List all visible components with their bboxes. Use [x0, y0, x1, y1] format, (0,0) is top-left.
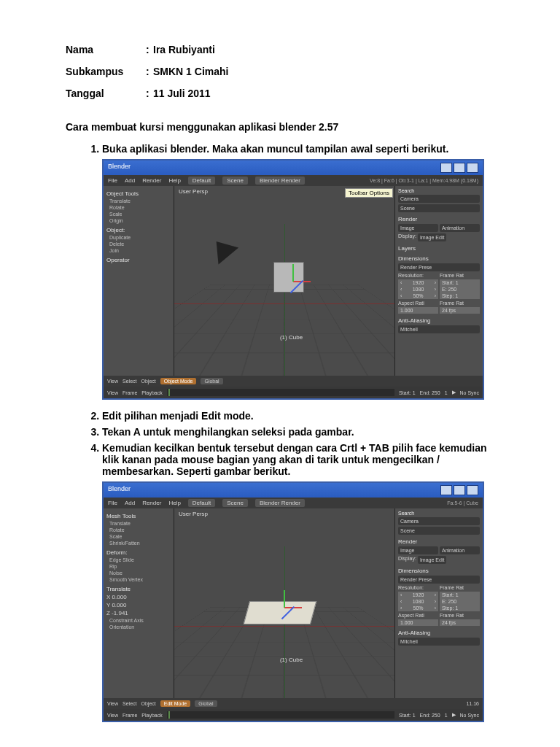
vp-select[interactable]: Select [122, 379, 136, 384]
tl-frame[interactable]: Frame [122, 390, 137, 395]
timeline-track[interactable] [167, 711, 394, 719]
vp-view[interactable]: View [107, 379, 118, 384]
render-image-button[interactable]: Image [398, 546, 438, 554]
tl-end[interactable]: End: 250 [420, 713, 440, 718]
menu-render[interactable]: Render [142, 500, 161, 506]
camera-icon[interactable] [206, 233, 238, 264]
vp-select[interactable]: Select [122, 701, 136, 706]
frame-step[interactable]: Step: 1 [440, 605, 480, 611]
minimize-icon[interactable] [440, 163, 452, 173]
layout-selector[interactable]: Default [188, 177, 215, 185]
menu-help[interactable]: Help [168, 500, 180, 506]
tool-origin[interactable]: Origin [106, 218, 171, 223]
tool-rip[interactable]: Rip [106, 564, 171, 569]
playhead-icon[interactable] [168, 389, 170, 396]
camera-row[interactable]: Camera [398, 517, 480, 525]
render-image-button[interactable]: Image [398, 224, 438, 232]
camera-row[interactable]: Camera [398, 195, 480, 203]
mode-selector[interactable]: Object Mode [160, 378, 197, 384]
scene-selector[interactable]: Scene [222, 499, 248, 507]
display-mode[interactable]: Image Edit [418, 556, 446, 564]
tl-view[interactable]: View [107, 713, 118, 718]
minimize-icon[interactable] [440, 485, 452, 495]
vp-object[interactable]: Object [141, 701, 156, 706]
scene-selector[interactable]: Scene [222, 177, 248, 185]
res-pct[interactable]: ‹50%› [398, 605, 438, 611]
vec-z[interactable]: Z -1.941 [106, 610, 171, 616]
menu-help[interactable]: Help [168, 177, 180, 184]
tool-rotate[interactable]: Rotate [106, 527, 171, 533]
menu-add[interactable]: Add [125, 177, 135, 184]
menu-add[interactable]: Add [125, 500, 135, 506]
render-preset[interactable]: Render Prese [398, 576, 480, 584]
display-mode[interactable]: Image Edit [418, 233, 446, 241]
tool-translate[interactable]: Translate [106, 198, 171, 204]
orientation[interactable]: Global [201, 378, 222, 384]
tool-rotate[interactable]: Rotate [106, 205, 171, 210]
search-label[interactable]: Search [398, 188, 414, 193]
tool-duplicate[interactable]: Duplicate [106, 235, 171, 240]
vec-y[interactable]: Y 0.000 [106, 602, 171, 608]
scene-row[interactable]: Scene [398, 527, 480, 535]
layout-selector[interactable]: Default [188, 499, 215, 507]
render-anim-button[interactable]: Animation [440, 546, 480, 554]
tl-playback[interactable]: Playback [141, 390, 162, 395]
maximize-icon[interactable] [454, 163, 465, 173]
tl-current[interactable]: 1 [445, 390, 448, 395]
vp-view[interactable]: View [107, 701, 118, 706]
menu-file[interactable]: File [108, 177, 117, 184]
menu-file[interactable]: File [108, 500, 117, 506]
play-icon[interactable]: ▶ [452, 712, 456, 718]
aa-filter[interactable]: Mitchell [398, 638, 480, 646]
close-icon[interactable] [467, 485, 478, 495]
mode-selector[interactable]: Edit Mode [160, 700, 191, 707]
3d-viewport[interactable]: User Persp (1) Cube Toolbar Options [174, 186, 394, 376]
cube-object-flat[interactable] [244, 601, 317, 624]
engine-selector[interactable]: Blender Render [255, 499, 305, 507]
res-y[interactable]: ‹1080› [398, 286, 438, 293]
tl-frame[interactable]: Frame [122, 713, 137, 718]
tool-scale[interactable]: Scale [106, 534, 171, 539]
search-label[interactable]: Search [398, 511, 414, 516]
tl-start[interactable]: Start: 1 [399, 390, 416, 395]
close-icon[interactable] [467, 163, 478, 173]
play-icon[interactable]: ▶ [452, 390, 456, 395]
res-x[interactable]: ‹1920› [398, 592, 438, 598]
fps[interactable]: 24 fps [440, 619, 480, 626]
res-x[interactable]: ‹1920› [398, 279, 438, 286]
cube-object[interactable] [273, 262, 304, 293]
frame-end[interactable]: E: 250 [440, 598, 480, 605]
tool-noise[interactable]: Noise [106, 570, 171, 576]
tool-translate[interactable]: Translate [106, 521, 171, 526]
tool-edgeslide[interactable]: Edge Slide [106, 557, 171, 562]
aspect-x[interactable]: 1.000 [398, 307, 438, 314]
res-y[interactable]: ‹1080› [398, 598, 438, 605]
engine-selector[interactable]: Blender Render [255, 177, 305, 185]
tl-playback[interactable]: Playback [141, 713, 162, 718]
frame-step[interactable]: Step: 1 [440, 293, 480, 299]
fps[interactable]: 24 fps [440, 307, 480, 314]
aa-filter[interactable]: Mitchell [398, 325, 480, 333]
tl-view[interactable]: View [107, 390, 118, 395]
tool-smooth[interactable]: Smooth Vertex [106, 577, 171, 582]
menu-render[interactable]: Render [142, 177, 161, 184]
frame-start[interactable]: Start: 1 [440, 279, 480, 286]
tl-sync[interactable]: No Sync [460, 713, 479, 718]
frame-start[interactable]: Start: 1 [440, 592, 480, 598]
tool-shrink[interactable]: Shrink/Fatten [106, 541, 171, 546]
res-pct[interactable]: ‹50%› [398, 293, 438, 299]
scene-row[interactable]: Scene [398, 204, 480, 212]
playhead-icon[interactable] [168, 711, 170, 719]
render-anim-button[interactable]: Animation [440, 224, 480, 232]
tl-end[interactable]: End: 250 [420, 390, 440, 395]
render-preset[interactable]: Render Prese [398, 263, 480, 271]
maximize-icon[interactable] [454, 485, 465, 495]
vec-x[interactable]: X 0.000 [106, 594, 171, 600]
tl-current[interactable]: 1 [445, 713, 448, 718]
timeline-track[interactable] [167, 389, 394, 396]
orientation[interactable]: Global [195, 700, 217, 707]
tool-delete[interactable]: Delete [106, 241, 171, 247]
aspect-x[interactable]: 1.000 [398, 619, 438, 626]
tl-start[interactable]: Start: 1 [399, 713, 416, 718]
tool-join[interactable]: Join [106, 248, 171, 253]
